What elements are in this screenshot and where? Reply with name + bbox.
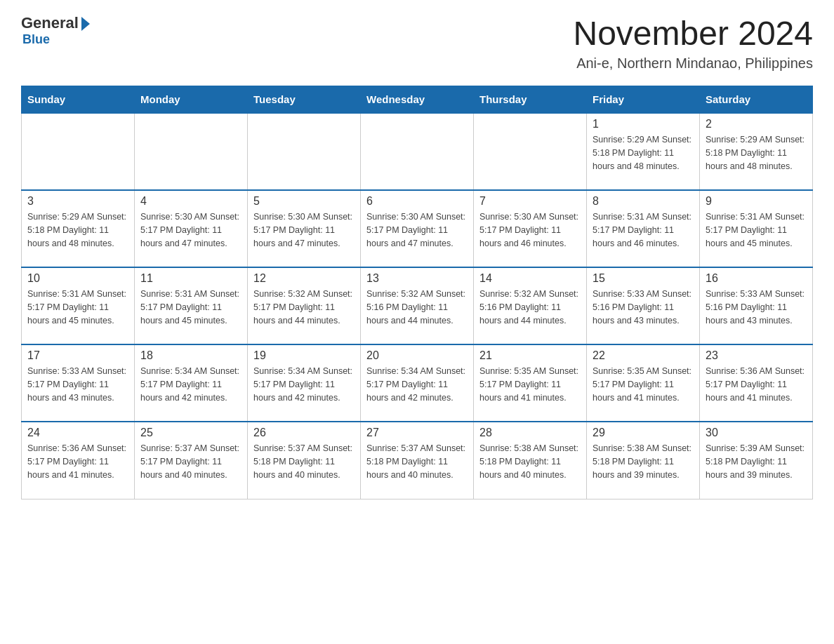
day-of-week-header: Monday	[135, 86, 248, 114]
calendar-cell: 19Sunrise: 5:34 AM Sunset: 5:17 PM Dayli…	[248, 344, 361, 422]
calendar-table: SundayMondayTuesdayWednesdayThursdayFrid…	[21, 86, 813, 499]
calendar-cell: 17Sunrise: 5:33 AM Sunset: 5:17 PM Dayli…	[22, 344, 135, 422]
page-header: General Blue November 2024 Ani-e, Northe…	[21, 14, 813, 72]
day-info: Sunrise: 5:32 AM Sunset: 5:16 PM Dayligh…	[366, 288, 468, 327]
day-info: Sunrise: 5:37 AM Sunset: 5:17 PM Dayligh…	[140, 442, 241, 481]
day-info: Sunrise: 5:38 AM Sunset: 5:18 PM Dayligh…	[593, 442, 694, 481]
day-number: 9	[706, 195, 807, 208]
calendar-cell: 5Sunrise: 5:30 AM Sunset: 5:17 PM Daylig…	[248, 190, 361, 267]
day-number: 23	[706, 349, 807, 362]
calendar-cell: 23Sunrise: 5:36 AM Sunset: 5:17 PM Dayli…	[700, 344, 813, 422]
day-of-week-header: Friday	[587, 86, 700, 114]
day-info: Sunrise: 5:31 AM Sunset: 5:17 PM Dayligh…	[706, 210, 807, 250]
day-info: Sunrise: 5:30 AM Sunset: 5:17 PM Dayligh…	[140, 210, 241, 250]
day-info: Sunrise: 5:29 AM Sunset: 5:18 PM Dayligh…	[706, 133, 807, 173]
day-number: 11	[140, 272, 241, 285]
calendar-cell	[361, 113, 474, 190]
day-number: 4	[140, 195, 241, 208]
day-number: 26	[253, 427, 355, 439]
day-number: 12	[253, 272, 355, 285]
day-info: Sunrise: 5:33 AM Sunset: 5:17 PM Dayligh…	[27, 365, 128, 404]
day-info: Sunrise: 5:36 AM Sunset: 5:17 PM Dayligh…	[706, 365, 807, 404]
day-info: Sunrise: 5:32 AM Sunset: 5:16 PM Dayligh…	[479, 288, 581, 327]
calendar-cell: 4Sunrise: 5:30 AM Sunset: 5:17 PM Daylig…	[135, 190, 248, 267]
day-number: 20	[366, 349, 468, 362]
day-number: 29	[593, 427, 694, 439]
calendar-cell: 24Sunrise: 5:36 AM Sunset: 5:17 PM Dayli…	[22, 422, 135, 499]
day-number: 10	[27, 272, 128, 285]
day-number: 3	[27, 195, 128, 208]
day-info: Sunrise: 5:36 AM Sunset: 5:17 PM Dayligh…	[27, 442, 128, 481]
day-of-week-header: Thursday	[474, 86, 587, 114]
day-number: 15	[593, 272, 694, 285]
day-number: 28	[479, 427, 581, 439]
day-info: Sunrise: 5:31 AM Sunset: 5:17 PM Dayligh…	[140, 288, 241, 327]
calendar-cell: 9Sunrise: 5:31 AM Sunset: 5:17 PM Daylig…	[700, 190, 813, 267]
calendar-header: SundayMondayTuesdayWednesdayThursdayFrid…	[22, 86, 813, 114]
calendar-cell: 29Sunrise: 5:38 AM Sunset: 5:18 PM Dayli…	[587, 422, 700, 499]
calendar-cell	[135, 113, 248, 190]
day-of-week-header: Sunday	[22, 86, 135, 114]
calendar-cell	[248, 113, 361, 190]
calendar-cell: 7Sunrise: 5:30 AM Sunset: 5:17 PM Daylig…	[474, 190, 587, 267]
calendar-cell: 25Sunrise: 5:37 AM Sunset: 5:17 PM Dayli…	[135, 422, 248, 499]
calendar-week-row: 1Sunrise: 5:29 AM Sunset: 5:18 PM Daylig…	[22, 113, 813, 190]
day-info: Sunrise: 5:39 AM Sunset: 5:18 PM Dayligh…	[706, 442, 807, 481]
day-info: Sunrise: 5:33 AM Sunset: 5:16 PM Dayligh…	[593, 288, 694, 327]
day-number: 8	[593, 195, 694, 208]
calendar-subtitle: Ani-e, Northern Mindanao, Philippines	[573, 55, 813, 72]
day-number: 16	[706, 272, 807, 285]
calendar-cell: 15Sunrise: 5:33 AM Sunset: 5:16 PM Dayli…	[587, 267, 700, 344]
logo: General Blue	[21, 14, 90, 47]
day-of-week-header: Tuesday	[248, 86, 361, 114]
calendar-body: 1Sunrise: 5:29 AM Sunset: 5:18 PM Daylig…	[22, 113, 813, 499]
calendar-week-row: 10Sunrise: 5:31 AM Sunset: 5:17 PM Dayli…	[22, 267, 813, 344]
calendar-cell: 11Sunrise: 5:31 AM Sunset: 5:17 PM Dayli…	[135, 267, 248, 344]
calendar-cell: 18Sunrise: 5:34 AM Sunset: 5:17 PM Dayli…	[135, 344, 248, 422]
day-info: Sunrise: 5:32 AM Sunset: 5:17 PM Dayligh…	[253, 288, 355, 327]
day-info: Sunrise: 5:37 AM Sunset: 5:18 PM Dayligh…	[253, 442, 355, 481]
day-number: 14	[479, 272, 581, 285]
day-of-week-header: Wednesday	[361, 86, 474, 114]
calendar-cell: 1Sunrise: 5:29 AM Sunset: 5:18 PM Daylig…	[587, 113, 700, 190]
calendar-week-row: 17Sunrise: 5:33 AM Sunset: 5:17 PM Dayli…	[22, 344, 813, 422]
day-info: Sunrise: 5:34 AM Sunset: 5:17 PM Dayligh…	[366, 365, 468, 404]
calendar-cell: 30Sunrise: 5:39 AM Sunset: 5:18 PM Dayli…	[700, 422, 813, 499]
day-info: Sunrise: 5:33 AM Sunset: 5:16 PM Dayligh…	[706, 288, 807, 327]
day-of-week-header: Saturday	[700, 86, 813, 114]
day-number: 6	[366, 195, 468, 208]
calendar-cell	[22, 113, 135, 190]
calendar-cell: 14Sunrise: 5:32 AM Sunset: 5:16 PM Dayli…	[474, 267, 587, 344]
day-info: Sunrise: 5:37 AM Sunset: 5:18 PM Dayligh…	[366, 442, 468, 481]
calendar-cell: 16Sunrise: 5:33 AM Sunset: 5:16 PM Dayli…	[700, 267, 813, 344]
day-info: Sunrise: 5:34 AM Sunset: 5:17 PM Dayligh…	[253, 365, 355, 404]
day-number: 30	[706, 427, 807, 439]
day-number: 1	[593, 118, 694, 130]
day-info: Sunrise: 5:35 AM Sunset: 5:17 PM Dayligh…	[593, 365, 694, 404]
day-number: 13	[366, 272, 468, 285]
calendar-title: November 2024	[573, 14, 813, 53]
title-section: November 2024 Ani-e, Northern Mindanao, …	[573, 14, 813, 72]
day-number: 21	[479, 349, 581, 362]
day-info: Sunrise: 5:31 AM Sunset: 5:17 PM Dayligh…	[593, 210, 694, 250]
day-number: 24	[27, 427, 128, 439]
calendar-cell	[474, 113, 587, 190]
day-number: 27	[366, 427, 468, 439]
calendar-cell: 20Sunrise: 5:34 AM Sunset: 5:17 PM Dayli…	[361, 344, 474, 422]
day-info: Sunrise: 5:30 AM Sunset: 5:17 PM Dayligh…	[366, 210, 468, 250]
calendar-cell: 21Sunrise: 5:35 AM Sunset: 5:17 PM Dayli…	[474, 344, 587, 422]
day-info: Sunrise: 5:38 AM Sunset: 5:18 PM Dayligh…	[479, 442, 581, 481]
day-info: Sunrise: 5:34 AM Sunset: 5:17 PM Dayligh…	[140, 365, 241, 404]
day-number: 17	[27, 349, 128, 362]
calendar-cell: 8Sunrise: 5:31 AM Sunset: 5:17 PM Daylig…	[587, 190, 700, 267]
day-number: 2	[706, 118, 807, 130]
day-number: 18	[140, 349, 241, 362]
calendar-cell: 22Sunrise: 5:35 AM Sunset: 5:17 PM Dayli…	[587, 344, 700, 422]
calendar-cell: 13Sunrise: 5:32 AM Sunset: 5:16 PM Dayli…	[361, 267, 474, 344]
calendar-cell: 27Sunrise: 5:37 AM Sunset: 5:18 PM Dayli…	[361, 422, 474, 499]
days-of-week-row: SundayMondayTuesdayWednesdayThursdayFrid…	[22, 86, 813, 114]
logo-arrow-icon	[81, 17, 90, 31]
calendar-week-row: 24Sunrise: 5:36 AM Sunset: 5:17 PM Dayli…	[22, 422, 813, 499]
day-number: 19	[253, 349, 355, 362]
calendar-cell: 6Sunrise: 5:30 AM Sunset: 5:17 PM Daylig…	[361, 190, 474, 267]
